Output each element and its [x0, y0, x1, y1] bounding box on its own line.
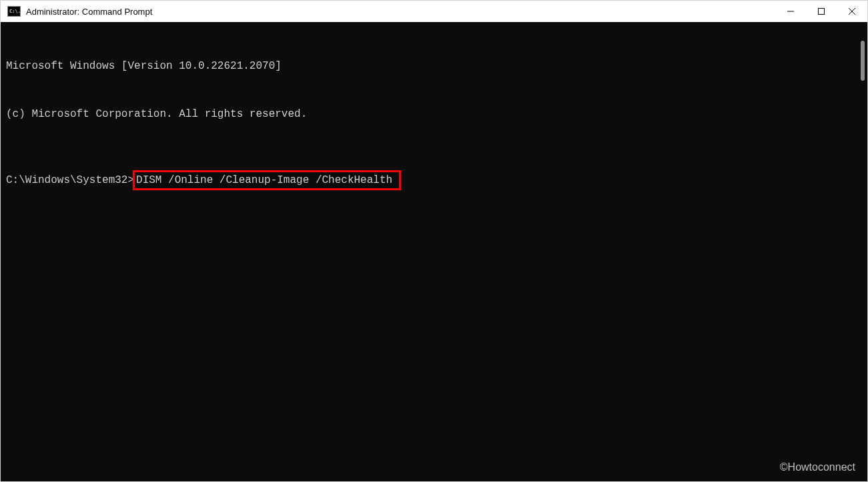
version-line: Microsoft Windows [Version 10.0.22621.20…: [6, 58, 862, 74]
command-prompt-window: C:\. Administrator: Command Prompt: [0, 0, 868, 482]
minimize-icon: [787, 8, 794, 15]
svg-rect-1: [819, 9, 825, 15]
window-title: Administrator: Command Prompt: [26, 7, 775, 17]
window-controls: [775, 1, 867, 22]
titlebar[interactable]: C:\. Administrator: Command Prompt: [1, 1, 867, 22]
copyright-line: (c) Microsoft Corporation. All rights re…: [6, 106, 862, 122]
maximize-button[interactable]: [806, 1, 837, 22]
command-highlight: DISM /Online /Cleanup-Image /CheckHealth: [133, 170, 401, 190]
prompt-line: C:\Windows\System32>DISM /Online /Cleanu…: [6, 170, 862, 190]
scrollbar-thumb[interactable]: [861, 41, 865, 81]
watermark-text: ©Howtoconnect: [780, 461, 855, 473]
prompt-path: C:\Windows\System32>: [6, 172, 134, 188]
terminal-area[interactable]: Microsoft Windows [Version 10.0.22621.20…: [1, 22, 867, 481]
close-button[interactable]: [837, 1, 867, 22]
minimize-button[interactable]: [775, 1, 806, 22]
command-text: DISM /Online /Cleanup-Image /CheckHealth: [136, 174, 392, 186]
cmd-icon: C:\.: [7, 6, 21, 17]
close-icon: [849, 8, 855, 15]
maximize-icon: [818, 8, 825, 15]
terminal-content: Microsoft Windows [Version 10.0.22621.20…: [1, 22, 867, 226]
